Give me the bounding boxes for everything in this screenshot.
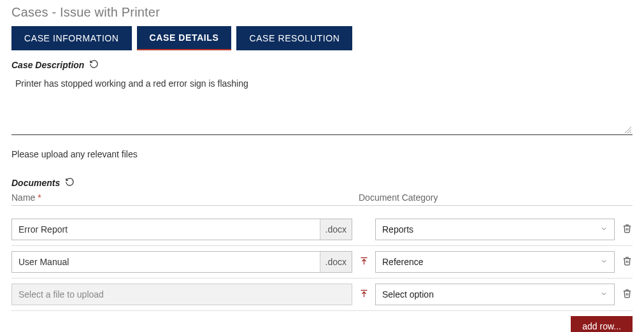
file-placeholder: Select a file to upload (12, 284, 352, 305)
category-select[interactable]: Reports (375, 219, 615, 240)
documents-column-headers: Name * Document Category (11, 192, 633, 206)
document-row: User Manual .docx Reference (11, 246, 633, 278)
document-row: Error Report .docx Reports (11, 213, 633, 246)
column-name-label: Name (11, 192, 35, 203)
category-placeholder: Select option (382, 289, 434, 300)
tabs: CASE INFORMATION CASE DETAILS CASE RESOL… (11, 26, 633, 50)
trash-icon[interactable] (622, 256, 632, 268)
chevron-down-icon (600, 224, 608, 235)
documents-label: Documents (11, 178, 60, 188)
page-title: Cases - Issue with Printer (11, 5, 633, 20)
upload-icon[interactable] (359, 289, 369, 301)
case-description-header: Case Description (11, 59, 633, 71)
tab-case-information[interactable]: CASE INFORMATION (11, 26, 132, 50)
case-description-label: Case Description (11, 60, 84, 70)
undo-icon[interactable] (65, 177, 75, 189)
file-field[interactable]: Error Report .docx (11, 219, 352, 240)
undo-icon[interactable] (89, 59, 99, 71)
upload-icon[interactable] (359, 256, 369, 268)
category-select[interactable]: Select option (375, 284, 615, 305)
file-ext: .docx (320, 219, 352, 240)
file-field[interactable]: User Manual .docx (11, 251, 352, 273)
file-ext: .docx (320, 252, 352, 272)
category-value: Reports (382, 224, 413, 235)
trash-icon[interactable] (622, 224, 632, 236)
upload-helper-text: Please upload any relevant files (11, 149, 633, 159)
documents-header: Documents (11, 177, 633, 189)
add-row-button[interactable]: add row... (571, 316, 633, 332)
file-name: User Manual (12, 252, 320, 272)
tab-case-details[interactable]: CASE DETAILS (137, 26, 232, 50)
category-value: Reference (382, 257, 424, 267)
case-description-input[interactable]: Printer has stopped working and a red er… (11, 75, 633, 135)
tab-case-resolution[interactable]: CASE RESOLUTION (236, 26, 352, 50)
chevron-down-icon (600, 257, 608, 267)
chevron-down-icon (600, 289, 608, 300)
required-indicator: * (38, 192, 41, 203)
category-select[interactable]: Reference (375, 251, 615, 273)
trash-icon[interactable] (622, 289, 632, 301)
column-category-label: Document Category (359, 192, 633, 203)
file-field[interactable]: Select a file to upload (11, 284, 352, 305)
file-name: Error Report (12, 219, 320, 240)
document-row: Select a file to upload Select option (11, 278, 633, 311)
